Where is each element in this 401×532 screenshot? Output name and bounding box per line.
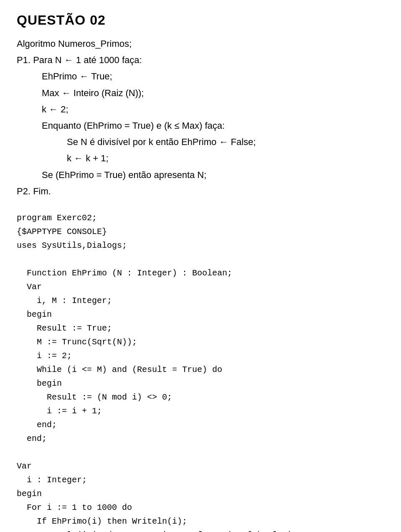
code-line10: M := Trunc(Sqrt(N)); — [17, 337, 137, 347]
code-line23: If EhPrimo(i) then Writeln(i); — [17, 517, 187, 526]
algorithm-title: Algoritmo Numeros_Primos; — [17, 36, 384, 51]
code-line20: i : Integer; — [17, 475, 87, 485]
code-section: program Exerc02; {$APPTYPE CONSOLE} uses… — [17, 211, 384, 532]
p1-indent1-line5: Se (EhPrimo = True) então apresenta N; — [42, 168, 384, 182]
p1-indent1-line4: Enquanto (EhPrimo = True) e (k ≤ Max) fa… — [42, 118, 384, 133]
p1-indent1-line1: EhPrimo ← True; — [42, 69, 384, 84]
code-line3: uses SysUtils,Dialogs; — [17, 241, 127, 250]
code-line24: MessageDlg('Fim do Programa', mtInformat… — [17, 530, 297, 532]
p1-indent1-line2: Max ← Inteiro (Raiz (N)); — [42, 86, 384, 100]
code-line8: begin — [17, 310, 52, 319]
code-line2: {$APPTYPE CONSOLE} — [17, 227, 107, 237]
code-line5: Function EhPrimo (N : Integer) : Boolean… — [17, 268, 232, 278]
p1-indent2-line1: Se N é divisível por k então EhPrimo ← F… — [67, 135, 384, 149]
code-line16: end; — [17, 420, 57, 430]
p2-label: P2. Fim. — [17, 184, 384, 199]
code-line15: i := i + 1; — [17, 406, 102, 416]
code-line17: end; — [17, 434, 47, 443]
code-line7: i, M : Integer; — [17, 296, 112, 305]
p1-indent1-line3: k ← 2; — [42, 102, 384, 117]
code-line12: While (i <= M) and (Result = True) do — [17, 365, 222, 374]
page-title: QUESTÃO 02 — [17, 13, 384, 28]
code-line6: Var — [17, 282, 42, 292]
code-line22: For i := 1 to 1000 do — [17, 503, 132, 512]
algorithm-section: Algoritmo Numeros_Primos; P1. Para N ← 1… — [17, 36, 384, 199]
code-line21: begin — [17, 489, 42, 499]
p1-indent2-line2: k ← k + 1; — [67, 151, 384, 165]
code-line19: Var — [17, 461, 32, 471]
code-line11: i := 2; — [17, 351, 72, 361]
p1-header: P1. Para N ← 1 até 1000 faça: — [17, 53, 384, 67]
code-line9: Result := True; — [17, 323, 112, 333]
code-line14: Result := (N mod i) <> 0; — [17, 392, 172, 402]
code-line13: begin — [17, 379, 62, 388]
code-line1: program Exerc02; — [17, 213, 97, 223]
